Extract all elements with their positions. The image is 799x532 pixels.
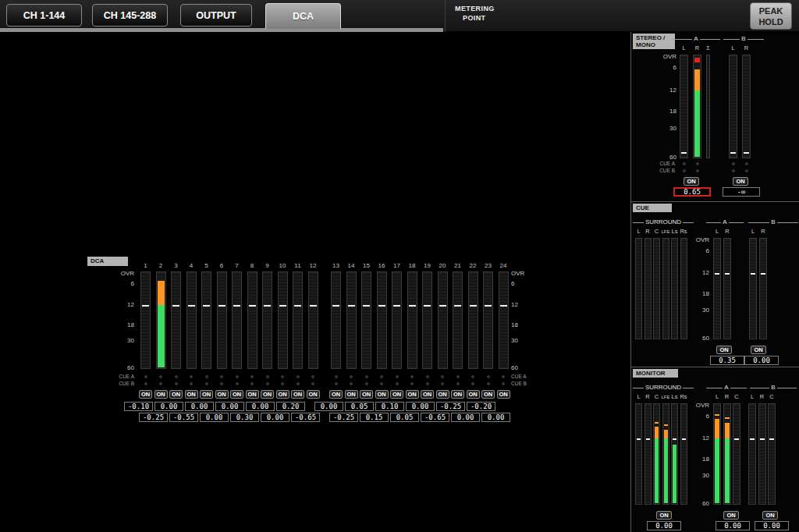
dca-ch21-on-button[interactable]: ON xyxy=(451,390,464,399)
dca-ch1-on-button[interactable]: ON xyxy=(139,390,152,399)
channel-number: 21 xyxy=(450,263,465,269)
cue-surround-meter-lfe xyxy=(662,238,669,339)
dca-meter-ch7 xyxy=(232,271,242,369)
scale-label-60: 60 xyxy=(645,154,676,161)
cue-a-on-button[interactable]: ON xyxy=(716,346,732,354)
meter-hold-tick xyxy=(673,438,676,440)
cue-indicator xyxy=(220,375,223,378)
dca-ch10-on-button[interactable]: ON xyxy=(276,390,289,399)
cue-indicator xyxy=(250,382,254,385)
cue-indicator xyxy=(144,382,147,385)
channel-label: Rs xyxy=(676,394,691,400)
dca-ch2-on-button[interactable]: ON xyxy=(154,390,168,399)
dca-ch15-on-button[interactable]: ON xyxy=(360,390,373,399)
channel-number: 23 xyxy=(481,263,495,269)
dca-ch22-on-button[interactable]: ON xyxy=(467,390,480,399)
dca-fader-value: 0.00 xyxy=(451,413,480,422)
dca-ch12-on-button[interactable]: ON xyxy=(307,390,320,399)
cue-surround-meter-r xyxy=(645,238,652,339)
monitor-b-on-button[interactable]: ON xyxy=(762,511,778,520)
dca-fader-value: 0.00 xyxy=(215,402,244,411)
stereo-a-on-button[interactable]: ON xyxy=(684,177,699,186)
header-line xyxy=(706,222,721,223)
tab-ch-145-288[interactable]: CH 145-288 xyxy=(92,4,168,27)
tab-dca[interactable]: DCA xyxy=(265,3,341,29)
channel-label: R xyxy=(755,229,771,235)
channel-number: 1 xyxy=(138,263,153,269)
peak-hold-button[interactable]: PEAK HOLD xyxy=(750,2,792,30)
tab-output[interactable]: OUTPUT xyxy=(180,4,252,27)
dca-ch18-on-button[interactable]: ON xyxy=(406,390,419,399)
meter-hold-tick xyxy=(761,273,765,275)
meter-hold-tick xyxy=(264,305,271,307)
meter-segment-green xyxy=(725,438,730,503)
channel-number: 10 xyxy=(275,263,290,269)
dca-ch16-on-button[interactable]: ON xyxy=(375,390,389,399)
meter-hold-tick xyxy=(378,305,385,307)
dca-ch9-on-button[interactable]: ON xyxy=(261,390,274,399)
header-line xyxy=(700,39,720,40)
dca-ch7-on-button[interactable]: ON xyxy=(230,390,243,399)
cue-indicator xyxy=(732,169,735,172)
dca-ch14-on-button[interactable]: ON xyxy=(345,390,358,399)
meter-hold-tick xyxy=(310,305,317,307)
dca-ch17-on-button[interactable]: ON xyxy=(390,390,403,399)
cue-section-label: CUE xyxy=(633,204,672,212)
dca-ch8-on-button[interactable]: ON xyxy=(246,390,259,399)
tab-ch-1-144[interactable]: CH 1-144 xyxy=(6,4,82,27)
dca-meter-ch9 xyxy=(262,271,272,369)
dca-ch24-on-button[interactable]: ON xyxy=(497,390,510,399)
dca-section-label: DCA xyxy=(87,257,128,266)
cue-indicator xyxy=(144,375,147,378)
cue-b-meter-l xyxy=(749,238,757,339)
scale-label-18: 18 xyxy=(645,108,676,115)
scale-label-60: 60 xyxy=(103,365,134,371)
cue-indicator xyxy=(250,375,254,378)
monitor-a-on-button[interactable]: ON xyxy=(723,511,739,520)
monitor-a-meter-r xyxy=(723,403,731,505)
meter-hold-tick xyxy=(646,438,650,440)
dca-fader-value: 0.00 xyxy=(481,413,510,422)
monitor-b-level-value: 0.00 xyxy=(755,521,789,530)
channel-label: R xyxy=(738,45,755,51)
channel-number: 11 xyxy=(290,263,305,269)
cue-group-b-header: B xyxy=(748,219,798,225)
channel-label: Σ xyxy=(702,45,714,51)
monitor-section-label: MONITOR xyxy=(633,369,678,378)
dca-ch11-on-button[interactable]: ON xyxy=(291,390,304,399)
monitor-b-meter-c xyxy=(768,403,776,505)
meter-segment-green xyxy=(673,445,676,503)
cue-b-on-button[interactable]: ON xyxy=(751,346,766,354)
stereo-group-a-header: A xyxy=(672,36,720,42)
dca-ch6-on-button[interactable]: ON xyxy=(215,390,229,399)
scale-label-12: 12 xyxy=(511,302,541,308)
stereo-a-meter-r xyxy=(693,55,701,158)
cue-indicator xyxy=(410,375,414,378)
scale-label-18: 18 xyxy=(103,322,134,328)
meter-hold-tick xyxy=(500,305,507,307)
group-name-label: A xyxy=(724,385,728,391)
metering-point-button[interactable]: METERING POINT xyxy=(445,0,745,32)
dca-ch4-on-button[interactable]: ON xyxy=(185,390,198,399)
meter-segment-orange xyxy=(715,419,719,438)
monitor-a-meter-l xyxy=(713,403,721,505)
header-line xyxy=(748,39,764,40)
dca-meter-ch12 xyxy=(308,271,318,369)
dca-meter-ch6 xyxy=(217,271,227,369)
stereo-b-on-button[interactable]: ON xyxy=(733,177,748,186)
dca-ch19-on-button[interactable]: ON xyxy=(421,390,434,399)
meter-hold-tick xyxy=(730,152,736,154)
meter-hold-tick xyxy=(715,273,719,275)
cue-indicator xyxy=(365,382,368,385)
cue-surround-meter-rs xyxy=(680,238,687,339)
dca-ch23-on-button[interactable]: ON xyxy=(481,390,495,399)
dca-ch20-on-button[interactable]: ON xyxy=(436,390,449,399)
dca-ch5-on-button[interactable]: ON xyxy=(200,390,213,399)
metering-point-label: METERING xyxy=(455,5,745,12)
monitor-surround-on-button[interactable]: ON xyxy=(656,511,672,520)
dca-ch3-on-button[interactable]: ON xyxy=(169,390,183,399)
dca-fader-value: -0.10 xyxy=(124,402,153,411)
monitor-surround-meter-r xyxy=(645,403,652,505)
meter-hold-tick xyxy=(485,305,492,307)
dca-ch13-on-button[interactable]: ON xyxy=(329,390,343,399)
